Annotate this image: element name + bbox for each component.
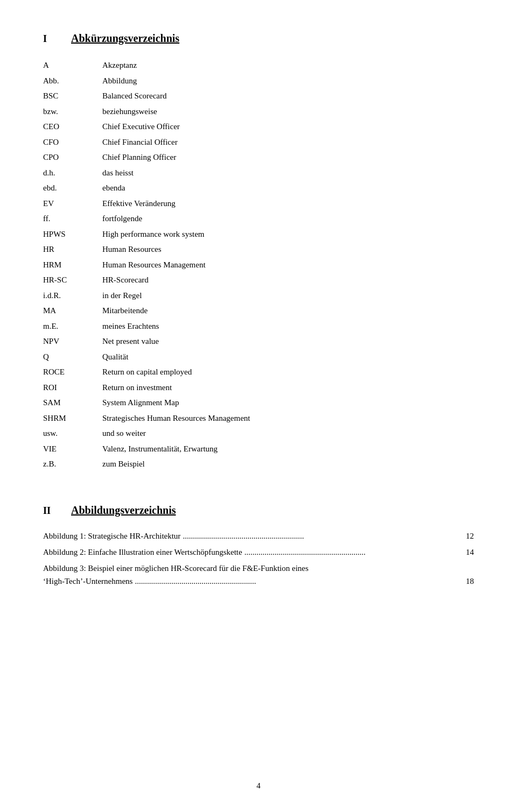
definition: zum Beispiel (102, 456, 474, 472)
table-row: SAM System Alignment Map (43, 395, 474, 411)
table-row: HR-SC HR-Scorecard (43, 272, 474, 288)
abbreviation: ROCE (43, 364, 102, 380)
figure-label: Abbildung 2: Einfache Illustration einer… (43, 546, 242, 559)
definition: ebenda (102, 180, 474, 196)
abbreviation: CFO (43, 135, 102, 150)
table-row: Abb. Abbildung (43, 73, 474, 89)
figure-label: Abbildung 3: Beispiel einer möglichen HR… (43, 562, 309, 575)
table-row: d.h. das heisst (43, 165, 474, 181)
abbreviation: Abb. (43, 73, 102, 89)
table-row: z.B. zum Beispiel (43, 456, 474, 472)
figure-label: Abbildung 1: Strategische HR-Architektur (43, 529, 180, 542)
table-row: HRM Human Resources Management (43, 257, 474, 273)
table-row: ff. fortfolgende (43, 211, 474, 227)
definition: fortfolgende (102, 211, 474, 227)
figure-item-multiline: Abbildung 3: Beispiel einer möglichen HR… (43, 562, 474, 588)
abbreviation: SAM (43, 395, 102, 411)
abbreviation: bzw. (43, 104, 102, 119)
figure-page: 18 (458, 575, 474, 588)
abbreviation: HPWS (43, 227, 102, 242)
section2-header: II Abbildungsverzeichnis (43, 504, 474, 517)
figure-list: Abbildung 1: Strategische HR-Architektur… (43, 529, 474, 588)
abbreviation: CEO (43, 119, 102, 135)
table-row: CFO Chief Financial Officer (43, 135, 474, 150)
section2-title: Abbildungsverzeichnis (71, 504, 176, 517)
table-row: m.E. meines Erachtens (43, 319, 474, 334)
table-row: ROCE Return on capital employed (43, 364, 474, 380)
abbreviation: ROI (43, 380, 102, 396)
table-row: SHRM Strategisches Human Resources Manag… (43, 411, 474, 426)
abbreviation: ff. (43, 211, 102, 227)
abbreviation: usw. (43, 426, 102, 441)
section2: II Abbildungsverzeichnis Abbildung 1: St… (43, 504, 474, 588)
abbreviation: i.d.R. (43, 288, 102, 303)
page-number: 4 (43, 781, 474, 790)
table-row: CEO Chief Executive Officer (43, 119, 474, 135)
table-row: NPV Net present value (43, 334, 474, 349)
definition: Return on capital employed (102, 364, 474, 380)
table-row: usw. und so weiter (43, 426, 474, 441)
table-row: HR Human Resources (43, 242, 474, 257)
definition: Valenz, Instrumentalität, Erwartung (102, 441, 474, 457)
definition: Qualität (102, 349, 474, 365)
figure-dots: ........................................… (135, 575, 456, 588)
definition: Chief Executive Officer (102, 119, 474, 135)
definition: Effektive Veränderung (102, 196, 474, 211)
abbreviation: MA (43, 303, 102, 319)
abbreviation: z.B. (43, 456, 102, 472)
abbreviation: VIE (43, 441, 102, 457)
figure-page: 14 (458, 546, 474, 559)
definition: Abbildung (102, 73, 474, 89)
section1-title: Abkürzungsverzeichnis (71, 32, 179, 45)
definition: in der Regel (102, 288, 474, 303)
definition: High performance work system (102, 227, 474, 242)
abbreviation: HR (43, 242, 102, 257)
table-row: ROI Return on investment (43, 380, 474, 396)
section1-number: I (43, 33, 54, 45)
abbreviation: BSC (43, 88, 102, 104)
definition: beziehungsweise (102, 104, 474, 119)
table-row: HPWS High performance work system (43, 227, 474, 242)
section1-header: I Abkürzungsverzeichnis (43, 32, 474, 45)
definition: Chief Financial Officer (102, 135, 474, 150)
table-row: ebd. ebenda (43, 180, 474, 196)
figure-item: Abbildung 1: Strategische HR-Architektur… (43, 529, 474, 542)
table-row: CPO Chief Planning Officer (43, 150, 474, 165)
table-row: BSC Balanced Scorecard (43, 88, 474, 104)
definition: Net present value (102, 334, 474, 349)
abbreviation: d.h. (43, 165, 102, 181)
abbreviation: CPO (43, 150, 102, 165)
table-row: VIE Valenz, Instrumentalität, Erwartung (43, 441, 474, 457)
definition: Chief Planning Officer (102, 150, 474, 165)
table-row: Q Qualität (43, 349, 474, 365)
table-row: bzw. beziehungsweise (43, 104, 474, 119)
abbreviation: A (43, 58, 102, 73)
definition: Akzeptanz (102, 58, 474, 73)
abbreviation-table: A Akzeptanz Abb. Abbildung BSC Balanced … (43, 58, 474, 472)
definition: Return on investment (102, 380, 474, 396)
abbreviation: NPV (43, 334, 102, 349)
figure-label-continued: ‘High-Tech’-Unternehmens (43, 575, 132, 588)
figure-dots: ........................................… (244, 546, 456, 559)
abbreviation: HRM (43, 257, 102, 273)
definition: HR-Scorecard (102, 272, 474, 288)
abbreviation: SHRM (43, 411, 102, 426)
section2-number: II (43, 505, 54, 517)
definition: meines Erachtens (102, 319, 474, 334)
definition: Balanced Scorecard (102, 88, 474, 104)
abbreviation: m.E. (43, 319, 102, 334)
table-row: A Akzeptanz (43, 58, 474, 73)
table-row: i.d.R. in der Regel (43, 288, 474, 303)
definition: und so weiter (102, 426, 474, 441)
figure-dots: ........................................… (183, 529, 456, 542)
definition: System Alignment Map (102, 395, 474, 411)
table-row: EV Effektive Veränderung (43, 196, 474, 211)
abbreviation: EV (43, 196, 102, 211)
definition: Mitarbeitende (102, 303, 474, 319)
abbreviation: ebd. (43, 180, 102, 196)
figure-page: 12 (458, 529, 474, 542)
abbreviation: HR-SC (43, 272, 102, 288)
figure-item: Abbildung 2: Einfache Illustration einer… (43, 546, 474, 559)
definition: das heisst (102, 165, 474, 181)
definition: Human Resources (102, 242, 474, 257)
